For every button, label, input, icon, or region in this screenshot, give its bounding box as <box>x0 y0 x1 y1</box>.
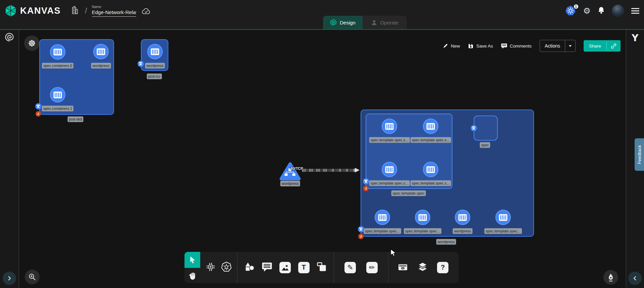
layers-icon <box>417 262 428 272</box>
container-node[interactable] <box>50 87 65 102</box>
notifications-bell-icon[interactable] <box>598 6 605 15</box>
actions-button[interactable]: Actions <box>540 40 576 52</box>
annotation-pen-button[interactable] <box>603 270 618 285</box>
new-button[interactable]: New <box>443 43 460 49</box>
settings-gear-icon[interactable]: ⚙ <box>583 7 591 15</box>
node-label: spec.template.spec... <box>484 228 522 234</box>
zoom-button[interactable] <box>25 270 40 284</box>
context-count-badge: 1 <box>573 4 579 9</box>
actions-dropdown-toggle[interactable] <box>565 45 575 47</box>
container-node[interactable] <box>423 162 438 177</box>
save-as-button[interactable]: Save As <box>468 43 493 49</box>
node-label: spec.template.spec.s... <box>369 137 410 143</box>
freehand-draw-tool-button[interactable]: ✏ <box>366 262 378 273</box>
expand-right-panel-button[interactable] <box>628 272 642 285</box>
draw-edge-tool-button[interactable]: ✎ <box>344 262 356 273</box>
share-button[interactable]: Share <box>584 40 621 52</box>
container-node[interactable] <box>382 119 397 134</box>
container-node[interactable] <box>495 210 511 225</box>
magnifier-plus-icon <box>28 273 36 281</box>
node-label: wordpress <box>453 228 473 234</box>
canvas-config-button[interactable] <box>24 35 40 51</box>
relationship-badge[interactable] <box>363 178 369 185</box>
pan-tool-button[interactable] <box>184 268 200 283</box>
text-tool-button[interactable]: T <box>298 262 310 273</box>
group-spec-template-spec[interactable]: spec.template.spec.s... spec.template.sp… <box>366 114 452 189</box>
container-node[interactable] <box>455 210 470 225</box>
design-action-bar: New Save As Comments Actions <box>443 40 621 52</box>
bring-forward-tool-button[interactable] <box>317 262 327 273</box>
error-count-badge[interactable]: 3 <box>363 186 369 191</box>
container-node[interactable] <box>415 210 430 225</box>
group-deployment[interactable]: spec.template.spec.s... spec.template.sp… <box>361 110 534 237</box>
container-node[interactable] <box>147 44 163 59</box>
node-label: spec.template.spec... <box>404 228 441 234</box>
image-tool-button[interactable] <box>279 262 291 273</box>
node-label: spec.template.spec.s... <box>411 137 451 143</box>
design-name-field[interactable]: Name Edge-Network-Relatio <box>92 5 136 17</box>
components-tool-button[interactable] <box>206 262 216 273</box>
kanvas-logo[interactable]: KANVAS <box>4 4 61 17</box>
design-canvas[interactable]: New Save As Comments Actions <box>19 30 626 288</box>
pencil-icon <box>443 43 448 49</box>
tab-operate[interactable]: Operate <box>363 16 407 29</box>
kubernetes-tool-button[interactable] <box>221 262 232 274</box>
layers-tool-button[interactable] <box>417 262 428 273</box>
error-count-badge[interactable]: 3 <box>358 234 364 239</box>
user-avatar[interactable] <box>612 5 624 17</box>
archive-drawer-icon <box>397 262 408 272</box>
container-node[interactable] <box>93 44 109 59</box>
tab-design[interactable]: Design <box>323 16 363 29</box>
container-icon <box>97 48 105 55</box>
y-panel-toggle[interactable]: Y <box>626 32 644 44</box>
cursor-arrow-icon <box>189 256 197 264</box>
container-node[interactable] <box>375 210 390 225</box>
image-icon <box>281 263 289 272</box>
rack-icon <box>36 104 40 108</box>
kubernetes-wheel-icon <box>221 262 232 272</box>
group-pod-rcc[interactable]: wordpress <box>141 39 168 71</box>
tab-design-label: Design <box>340 20 356 25</box>
relationship-badge[interactable] <box>35 103 42 110</box>
container-icon <box>426 123 435 130</box>
kubernetes-context-button[interactable]: 1 <box>565 5 576 16</box>
container-node[interactable] <box>382 162 397 177</box>
workspace-icon[interactable] <box>71 5 79 16</box>
service-label: wordpress <box>280 181 300 187</box>
node-label: spec.containers.0 <box>42 63 73 69</box>
feedback-tab[interactable]: Feedback <box>635 138 644 171</box>
relationship-badge[interactable] <box>138 61 144 67</box>
comment-tool-button[interactable] <box>262 262 272 273</box>
meshery-spiral-icon <box>5 32 14 42</box>
relationship-badge[interactable] <box>358 226 364 232</box>
save-as-label: Save As <box>476 44 493 49</box>
group-pod-skd[interactable]: spec.containers.0 wordpress spec.contain… <box>39 39 114 115</box>
comment-icon <box>501 43 507 49</box>
design-name-input[interactable]: Edge-Network-Relatio <box>92 9 136 17</box>
comments-button[interactable]: Comments <box>501 43 532 49</box>
relationship-badge[interactable] <box>471 125 477 131</box>
circuit-icon <box>206 262 216 272</box>
hamburger-menu-icon[interactable] <box>631 8 639 14</box>
container-node[interactable] <box>423 119 438 134</box>
select-tool-button[interactable] <box>184 252 200 268</box>
expand-left-panel-button[interactable] <box>3 272 16 285</box>
drawer-tool-button[interactable] <box>397 262 408 273</box>
gear-flower-icon <box>28 39 36 47</box>
copy-link-button[interactable] <box>607 43 621 49</box>
shapes-tool-button[interactable] <box>245 262 255 273</box>
text-tool-glyph: T <box>302 264 306 271</box>
link-icon <box>611 43 616 49</box>
feedback-label: Feedback <box>637 145 642 164</box>
error-count-badge[interactable]: 2 <box>36 111 41 117</box>
node-label: spec.containers.1 <box>42 106 73 112</box>
service-edge[interactable] <box>302 169 355 172</box>
spec-node[interactable] <box>474 116 498 141</box>
container-icon <box>385 123 394 130</box>
help-tool-button[interactable]: ? <box>437 262 448 273</box>
chevron-left-icon <box>632 275 638 281</box>
container-node[interactable] <box>50 44 65 60</box>
service-node[interactable] <box>279 162 301 181</box>
group-label: pod-skd <box>67 117 83 122</box>
tab-operate-label: Operate <box>380 20 398 25</box>
